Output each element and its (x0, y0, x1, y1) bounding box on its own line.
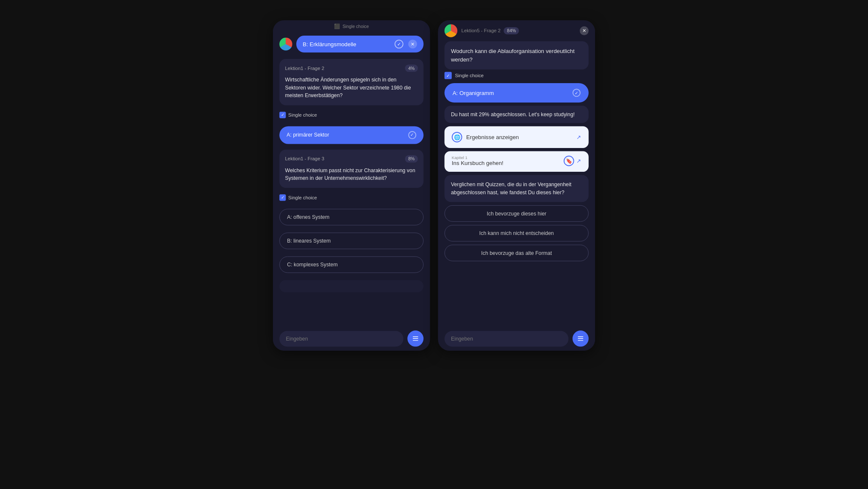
feedback-btn-0[interactable]: Ich bevorzuge dieses hier (445, 205, 589, 222)
right-kapitel-title: Ins Kursbuch gehen! (452, 160, 504, 166)
right-phone: Lektion5 - Frage 2 84% ✕ Wodurch kann di… (438, 20, 595, 351)
left-scroll-area: Lektion1 - Frage 2 4% Wirtschaftliche Än… (273, 56, 430, 326)
answer-text-1: A: primärer Sektor (287, 132, 329, 138)
right-action-kursbuch[interactable]: Kapitel 1 Ins Kursbuch gehen! 🔖 ↗ (445, 151, 589, 172)
single-choice-label-2: Single choice (288, 195, 317, 200)
svg-rect-0 (413, 336, 418, 337)
right-single-choice-label: Single choice (455, 73, 484, 78)
left-top-bar: ⬛ Single choice (273, 20, 430, 33)
right-feedback-msg: Verglichen mit Quizzen, die du in der Ve… (445, 175, 589, 202)
left-input-bar (273, 327, 430, 351)
checkbox-icon-1: ✓ (279, 112, 286, 118)
right-question-text: Wodurch kann die Ablauforganisation verd… (451, 47, 582, 64)
feedback-btn-2[interactable]: Ich bevorzuge das alte Format (445, 245, 589, 261)
monitor-icon: ⬛ (334, 23, 340, 29)
logo-circle (279, 38, 292, 50)
single-choice-label-1: Single choice (288, 112, 317, 117)
left-send-button[interactable] (407, 330, 423, 346)
right-single-choice-row: ✓ Single choice (438, 70, 595, 82)
check-circle-icon: ✓ (395, 39, 403, 48)
right-action-kursbuch-right: 🔖 ↗ (564, 156, 581, 166)
right-action-kursbuch-info: Kapitel 1 Ins Kursbuch gehen! (452, 155, 504, 166)
question-text-1: Wirtschaftliche Änderungen spiegeln sich… (285, 76, 418, 100)
check-icon-1: ✓ (408, 131, 416, 139)
right-question-bubble: Wodurch kann die Ablauforganisation verd… (445, 41, 589, 69)
right-progress-msg: Du hast mit 29% abgeschlossen. Let's kee… (445, 106, 589, 123)
question-header-2: Lektion1 - Frage 3 8% (285, 155, 418, 162)
question-card-1: Lektion1 - Frage 2 4% Wirtschaftliche Än… (279, 59, 423, 105)
right-input-field[interactable] (445, 331, 569, 346)
right-send-button[interactable] (573, 330, 589, 346)
header-pill-text: B: Erklärungsmodelle (303, 41, 356, 47)
svg-rect-5 (578, 340, 583, 341)
right-feedback-msg-text: Verglichen mit Quizzen, die du in der Ve… (451, 182, 571, 196)
checkbox-icon-2: ✓ (279, 194, 286, 201)
answer-option-c[interactable]: C: komplexes System (279, 256, 423, 273)
close-button[interactable]: ✕ (408, 39, 417, 48)
question-header-1: Lektion1 - Frage 2 4% (285, 64, 418, 72)
percent-badge-2: 8% (405, 155, 418, 162)
question-label-1: Lektion1 - Frage 2 (285, 65, 325, 71)
right-header-info: Lektion5 - Frage 2 84% (462, 27, 573, 34)
right-top-bar-label: Lektion5 - Frage 2 (462, 28, 501, 34)
feedback-btn-0-text: Ich bevorzuge dieses hier (487, 210, 546, 216)
question-label-2: Lektion1 - Frage 3 (285, 156, 325, 162)
answer-option-c-text: C: komplexes System (287, 261, 337, 267)
svg-rect-2 (413, 340, 418, 341)
right-top-bar: Lektion5 - Frage 2 84% ✕ (438, 20, 595, 41)
header-pill[interactable]: B: Erklärungsmodelle ✓ ✕ (296, 36, 423, 53)
feedback-btn-1[interactable]: Ich kann mich nicht entscheiden (445, 225, 589, 241)
right-checkbox-icon: ✓ (445, 72, 452, 79)
right-action-results-left: 🌐 Ergebnisse anzeigen (452, 132, 519, 143)
feedback-btn-2-text: Ich bevorzuge das alte Format (481, 250, 552, 256)
question-text-2: Welches Kriterium passt nicht zur Charak… (285, 166, 418, 182)
right-action-results-arrow: ↗ (576, 134, 581, 140)
right-kapitel-label: Kapitel 1 (452, 155, 504, 159)
answer-option-a-text: A: offenes System (287, 214, 329, 220)
bookmark-icon: 🔖 (564, 156, 574, 166)
right-close-button[interactable]: ✕ (580, 26, 589, 35)
left-top-bar-label: Single choice (342, 24, 369, 28)
right-logo-circle (445, 24, 457, 37)
answer-option-a[interactable]: A: offenes System (279, 209, 423, 225)
right-action-results-text: Ergebnisse anzeigen (466, 134, 519, 140)
right-feedback-btns: Ich bevorzuge dieses hier Ich kann mich … (438, 204, 595, 263)
answer-option-d-partial (279, 280, 423, 292)
left-input-field[interactable] (279, 331, 403, 346)
right-progress-percent: 84% (504, 27, 519, 34)
globe-icon: 🌐 (452, 132, 462, 143)
answer-selected-1[interactable]: A: primärer Sektor ✓ (279, 126, 423, 144)
question-card-2: Lektion1 - Frage 3 8% Welches Kriterium … (279, 149, 423, 187)
right-input-bar (438, 327, 595, 351)
answer-option-b-text: B: lineares System (287, 238, 331, 243)
single-choice-row-2: ✓ Single choice (279, 194, 423, 201)
right-action-kursbuch-arrow: ↗ (576, 158, 581, 164)
left-phone: ⬛ Single choice B: Erklärungsmodelle ✓ ✕… (273, 20, 430, 351)
menu-icon (412, 335, 419, 342)
svg-rect-3 (578, 336, 583, 337)
right-progress-msg-text: Du hast mit 29% abgeschlossen. Let's kee… (451, 112, 575, 117)
svg-rect-4 (578, 338, 583, 339)
left-header: B: Erklärungsmodelle ✓ ✕ (273, 32, 430, 56)
right-menu-icon (577, 335, 584, 342)
right-selected-answer[interactable]: A: Organigramm ✓ (445, 83, 589, 103)
answer-option-b[interactable]: B: lineares System (279, 232, 423, 249)
right-selected-answer-text: A: Organigramm (453, 89, 494, 96)
feedback-btn-1-text: Ich kann mich nicht entscheiden (479, 230, 554, 236)
svg-rect-1 (413, 338, 418, 339)
right-check-icon: ✓ (573, 89, 581, 97)
single-choice-row-1: ✓ Single choice (279, 112, 423, 118)
right-action-results[interactable]: 🌐 Ergebnisse anzeigen ↗ (445, 126, 589, 148)
percent-badge-1: 4% (405, 64, 418, 72)
